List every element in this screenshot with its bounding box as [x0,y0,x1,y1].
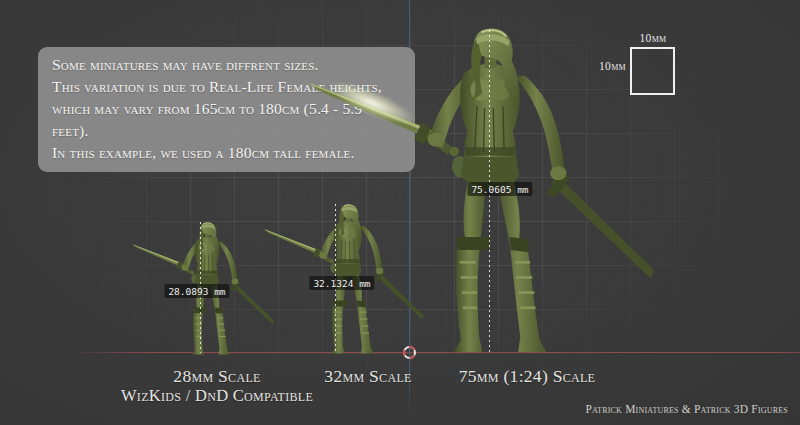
scale-caption-32mm-title: 32mm Scale [324,366,411,386]
reference-square-left-label: 10mm [592,60,626,72]
3d-cursor-red-ring [403,346,416,359]
measurement-label-28mm: 28.0893 mm [164,284,229,298]
measurement-label-75mm: 75.0605 mm [467,182,532,196]
3d-viewport[interactable]: Some miniatures may have diffrent sizes.… [0,0,800,425]
3d-cursor-icon[interactable] [403,346,416,359]
scale-caption-28mm-subtitle: WizKids / DnD Compatible [97,386,337,406]
scale-caption-28mm-title: 28mm Scale [173,366,260,386]
scale-reference-square [630,47,675,95]
scale-caption-75mm-title: 75mm (1:24) Scale [459,366,596,386]
scale-caption-75mm: 75mm (1:24) Scale [407,366,647,386]
reference-square-top-label: 10mm [628,32,678,44]
brand-credit: Patrick Miniatures & Patrick 3D Figures [585,403,788,415]
measurement-label-32mm: 32.1324 mm [309,276,374,290]
